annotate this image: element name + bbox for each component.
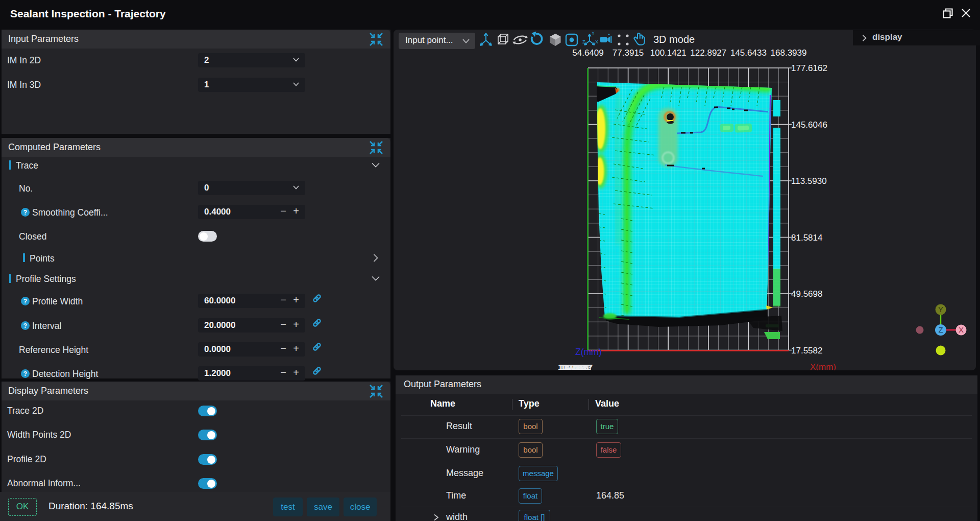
svg-text:Z: Z [938, 325, 943, 334]
svg-text:Y: Y [592, 31, 595, 36]
svg-text:122.8927: 122.8927 [690, 48, 726, 58]
svg-text:?: ? [23, 322, 27, 329]
svg-text:145.6433: 145.6433 [730, 48, 767, 58]
svg-text:168.3939: 168.3939 [771, 48, 807, 58]
svg-text:?: ? [23, 370, 27, 377]
svg-text:Y: Y [938, 305, 943, 314]
svg-text:77.3915: 77.3915 [612, 48, 644, 58]
svg-text:113.5930: 113.5930 [791, 176, 827, 186]
svg-text:X: X [959, 325, 964, 334]
svg-text:Z(mm): Z(mm) [575, 347, 602, 357]
svg-text:177.6162: 177.6162 [791, 63, 827, 73]
svg-text:49.5698: 49.5698 [791, 289, 822, 299]
svg-text:145.6046: 145.6046 [791, 120, 827, 130]
svg-text:17.5582: 17.5582 [791, 346, 822, 356]
svg-text:17.3957: 17.3957 [564, 363, 593, 370]
svg-text:54.6409: 54.6409 [572, 48, 603, 58]
svg-text:X: X [595, 39, 598, 44]
svg-text:?: ? [23, 209, 27, 216]
svg-text:100.1421: 100.1421 [650, 48, 687, 58]
svg-text:Z: Z [582, 39, 585, 44]
svg-text:?: ? [23, 298, 27, 305]
svg-text:X(mm): X(mm) [810, 362, 836, 370]
svg-text:81.5814: 81.5814 [791, 233, 822, 243]
